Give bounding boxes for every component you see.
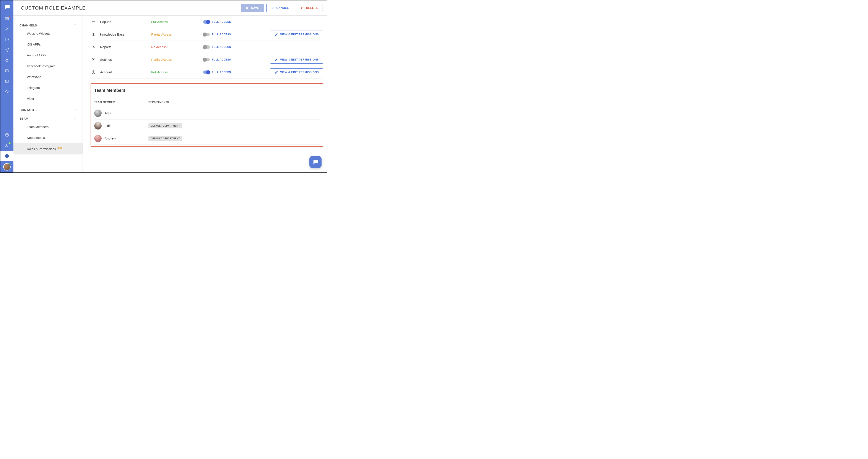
svg-point-0	[6, 28, 7, 29]
chevron-down-icon	[73, 23, 76, 27]
svg-rect-4	[5, 69, 8, 72]
svg-point-1	[7, 28, 8, 29]
full-access-toggle[interactable]	[203, 20, 210, 24]
nav-popups[interactable]	[0, 65, 13, 76]
nav-reports[interactable]	[0, 86, 13, 97]
settings-icon	[91, 57, 97, 62]
nav-campaigns[interactable]	[0, 45, 13, 55]
presence-online-icon	[9, 163, 11, 165]
toggle-label: FULL ACCESS	[212, 58, 231, 61]
pencil-icon	[275, 70, 278, 74]
reports-icon	[91, 45, 97, 49]
pencil-icon	[275, 33, 278, 36]
permission-row: Knowledge BasePartial AccessFULL ACCESSV…	[91, 28, 323, 41]
inbox-unread-dot-icon	[8, 15, 10, 17]
member-avatar	[94, 135, 102, 142]
nav-visitors[interactable]	[0, 24, 13, 34]
team-members-heading: Team Members	[94, 88, 319, 93]
current-user-avatar[interactable]	[0, 161, 13, 172]
member-avatar	[94, 122, 102, 130]
sidebar-item-channel[interactable]: Android APPs	[13, 50, 83, 61]
chat-widget-button[interactable]	[309, 156, 321, 168]
view-edit-permissions-button[interactable]: VIEW & EDIT PERMISSIONS	[270, 31, 323, 38]
main-content: PopupsFull AccessFULL ACCESSKnowledge Ba…	[83, 16, 327, 172]
member-name: Alex	[105, 111, 148, 115]
knowledge-base-icon	[91, 32, 97, 37]
view-edit-permissions-button[interactable]: VIEW & EDIT PERMISSIONS	[270, 68, 323, 76]
toggle-label: FULL ACCESS	[212, 46, 231, 49]
nav-knowledge-base[interactable]	[0, 76, 13, 86]
sidebar-group-channels[interactable]: CHANNELS	[13, 20, 83, 28]
sidebar-item-channel[interactable]: Viber	[13, 93, 83, 104]
permission-access-level: Partial Access	[151, 32, 203, 36]
settings-sidebar: CHANNELS Website WidgetsiOS APPsAndroid …	[13, 16, 83, 172]
permission-name: Settings	[100, 58, 151, 61]
team-members-header-row: TEAM MEMBER DEPARTMENTS	[94, 99, 319, 107]
chevron-right-icon	[73, 108, 76, 112]
member-avatar	[94, 110, 102, 117]
toggle-label: FULL ACCESS	[212, 20, 231, 23]
toggle-label: FULL ACCESS	[212, 71, 231, 74]
nav-settings[interactable]	[0, 151, 13, 161]
permission-row: AccountFull AccessFULL ACCESSVIEW & EDIT…	[91, 66, 323, 79]
member-name: Andrew	[105, 137, 148, 140]
sidebar-item-team[interactable]: Team Members	[13, 121, 83, 132]
save-icon	[246, 6, 249, 10]
team-member-row: LidiaDEFAULT DEPARTMENT	[94, 119, 319, 132]
page-title: CUSTOM ROLE EXAMPLE	[21, 5, 86, 11]
permission-row: PopupsFull AccessFULL ACCESS	[91, 16, 323, 28]
permission-name: Account	[100, 70, 151, 74]
permission-row: SettingsPartial AccessFULL ACCESSVIEW & …	[91, 53, 323, 66]
nav-history[interactable]	[0, 34, 13, 45]
permission-name: Reports	[100, 45, 151, 49]
delete-button[interactable]: DELETE	[296, 4, 322, 12]
sidebar-group-contacts[interactable]: CONTACTS	[13, 104, 83, 113]
close-icon	[271, 6, 274, 10]
sidebar-item-channel[interactable]: iOS APPs	[13, 39, 83, 50]
col-team-member: TEAM MEMBER	[94, 101, 148, 104]
full-access-toggle[interactable]	[203, 58, 210, 61]
cancel-button[interactable]: CANCEL	[266, 4, 293, 12]
permission-access-level: No Access	[151, 45, 203, 49]
member-name: Lidia	[105, 124, 148, 127]
permission-toggle-group: FULL ACCESS	[203, 33, 268, 36]
save-button[interactable]: SAVE	[241, 4, 264, 12]
nav-inbox[interactable]	[0, 13, 13, 24]
department-tag: DEFAULT DEPARTMENT	[148, 136, 182, 141]
team-member-row: AndrewDEFAULT DEPARTMENT	[94, 132, 319, 145]
permission-access-level: Partial Access	[151, 58, 203, 61]
nav-help[interactable]	[0, 130, 13, 140]
nav-bots[interactable]	[0, 55, 13, 65]
full-access-toggle[interactable]	[203, 45, 210, 49]
page-header: CUSTOM ROLE EXAMPLE SAVE CANCEL DELETE	[13, 0, 327, 16]
sidebar-group-team[interactable]: TEAM	[13, 113, 83, 121]
permission-access-level: Full Access	[151, 70, 203, 74]
permission-toggle-group: FULL ACCESS	[203, 58, 268, 61]
sidebar-item-channel[interactable]: Website Widgets	[13, 28, 83, 39]
full-access-toggle[interactable]	[203, 33, 210, 36]
popups-icon	[91, 20, 97, 24]
team-badge: 2	[8, 142, 11, 145]
svg-point-6	[6, 144, 7, 146]
permission-row: ReportsNo AccessFULL ACCESS	[91, 41, 323, 53]
nav-team[interactable]: 2	[0, 140, 13, 151]
sidebar-item-channel[interactable]: WhatsApp	[13, 71, 83, 82]
sidebar-item-channel[interactable]: Facebook/Instagram	[13, 61, 83, 71]
new-badge: NEW	[57, 147, 62, 149]
svg-rect-3	[6, 60, 8, 61]
col-departments: DEPARTMENTS	[148, 101, 169, 104]
sidebar-item-team[interactable]: Departments	[13, 132, 83, 143]
trash-icon	[301, 6, 304, 10]
full-access-toggle[interactable]	[203, 70, 210, 74]
team-member-row: Alex	[94, 107, 319, 119]
app-nav-rail: 2	[0, 0, 13, 172]
chevron-down-icon	[73, 117, 76, 121]
svg-point-10	[93, 71, 94, 72]
permission-name: Popups	[100, 20, 151, 24]
sidebar-item-team[interactable]: Roles & PermissionsNEW	[13, 143, 83, 154]
view-edit-permissions-button[interactable]: VIEW & EDIT PERMISSIONS	[270, 56, 323, 63]
brand-logo	[0, 0, 13, 13]
pencil-icon	[275, 58, 278, 61]
sidebar-item-channel[interactable]: Telegram	[13, 82, 83, 93]
permission-name: Knowledge Base	[100, 32, 151, 36]
